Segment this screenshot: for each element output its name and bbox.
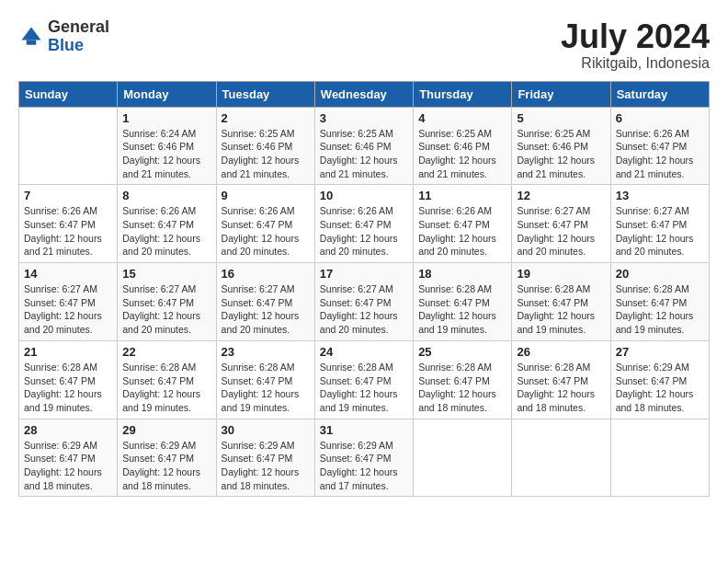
day-number: 3 (320, 111, 408, 125)
day-number: 22 (122, 345, 210, 359)
day-detail: Sunrise: 6:28 AM Sunset: 6:47 PM Dayligh… (418, 282, 506, 337)
calendar-table: SundayMondayTuesdayWednesdayThursdayFrid… (18, 81, 710, 498)
day-number: 27 (616, 345, 704, 359)
calendar-cell: 7Sunrise: 6:26 AM Sunset: 6:47 PM Daylig… (19, 185, 118, 263)
day-number: 30 (222, 423, 310, 437)
day-number: 24 (320, 345, 408, 359)
calendar-week-row: 21Sunrise: 6:28 AM Sunset: 6:47 PM Dayli… (19, 340, 710, 419)
day-detail: Sunrise: 6:28 AM Sunset: 6:47 PM Dayligh… (222, 361, 310, 415)
calendar-cell: 26Sunrise: 6:28 AM Sunset: 6:47 PM Dayli… (512, 340, 610, 419)
calendar-cell (512, 419, 610, 497)
calendar-cell: 1Sunrise: 6:24 AM Sunset: 6:46 PM Daylig… (118, 107, 216, 185)
day-detail: Sunrise: 6:26 AM Sunset: 6:47 PM Dayligh… (24, 204, 112, 259)
day-detail: Sunrise: 6:24 AM Sunset: 6:46 PM Dayligh… (122, 127, 210, 181)
logo-text: General Blue (48, 18, 109, 55)
day-detail: Sunrise: 6:26 AM Sunset: 6:47 PM Dayligh… (320, 204, 408, 259)
day-number: 19 (517, 267, 605, 281)
day-number: 29 (122, 423, 210, 437)
day-detail: Sunrise: 6:28 AM Sunset: 6:47 PM Dayligh… (517, 361, 605, 415)
calendar-cell: 4Sunrise: 6:25 AM Sunset: 6:46 PM Daylig… (414, 107, 512, 185)
day-number: 9 (222, 189, 310, 202)
day-detail: Sunrise: 6:29 AM Sunset: 6:47 PM Dayligh… (24, 439, 112, 493)
calendar-cell (19, 107, 118, 185)
day-detail: Sunrise: 6:25 AM Sunset: 6:46 PM Dayligh… (418, 127, 506, 181)
day-number: 20 (616, 267, 704, 281)
header-cell-saturday: Saturday (610, 81, 709, 107)
header-cell-thursday: Thursday (414, 81, 512, 107)
day-detail: Sunrise: 6:25 AM Sunset: 6:46 PM Dayligh… (222, 127, 310, 181)
day-detail: Sunrise: 6:28 AM Sunset: 6:47 PM Dayligh… (616, 282, 704, 337)
day-detail: Sunrise: 6:25 AM Sunset: 6:46 PM Dayligh… (517, 127, 605, 181)
calendar-cell: 18Sunrise: 6:28 AM Sunset: 6:47 PM Dayli… (414, 263, 512, 341)
svg-marker-0 (22, 27, 41, 40)
day-number: 11 (418, 189, 506, 202)
day-detail: Sunrise: 6:28 AM Sunset: 6:47 PM Dayligh… (122, 361, 210, 415)
day-number: 25 (418, 345, 506, 359)
header-cell-wednesday: Wednesday (314, 81, 413, 107)
day-detail: Sunrise: 6:27 AM Sunset: 6:47 PM Dayligh… (222, 282, 310, 337)
day-detail: Sunrise: 6:26 AM Sunset: 6:47 PM Dayligh… (222, 204, 310, 259)
day-number: 6 (616, 111, 704, 125)
calendar-cell (414, 419, 512, 497)
day-detail: Sunrise: 6:25 AM Sunset: 6:46 PM Dayligh… (320, 127, 408, 181)
calendar-cell: 13Sunrise: 6:27 AM Sunset: 6:47 PM Dayli… (610, 185, 709, 263)
month-title: July 2024 (561, 18, 710, 55)
day-detail: Sunrise: 6:28 AM Sunset: 6:47 PM Dayligh… (517, 282, 605, 337)
calendar-week-row: 14Sunrise: 6:27 AM Sunset: 6:47 PM Dayli… (19, 263, 710, 341)
calendar-cell (610, 419, 709, 497)
calendar-cell: 16Sunrise: 6:27 AM Sunset: 6:47 PM Dayli… (216, 263, 314, 341)
calendar-header: SundayMondayTuesdayWednesdayThursdayFrid… (19, 81, 710, 107)
calendar-cell: 20Sunrise: 6:28 AM Sunset: 6:47 PM Dayli… (610, 263, 709, 341)
calendar-cell: 29Sunrise: 6:29 AM Sunset: 6:47 PM Dayli… (118, 419, 216, 497)
logo-general: General (48, 18, 109, 37)
day-number: 17 (320, 267, 408, 281)
day-number: 2 (222, 111, 310, 125)
calendar-week-row: 1Sunrise: 6:24 AM Sunset: 6:46 PM Daylig… (19, 107, 710, 185)
logo: General Blue (18, 18, 109, 55)
calendar-cell: 6Sunrise: 6:26 AM Sunset: 6:47 PM Daylig… (610, 107, 709, 185)
svg-rect-1 (27, 40, 37, 44)
location-title: Rikitgaib, Indonesia (561, 55, 710, 72)
calendar-cell: 17Sunrise: 6:27 AM Sunset: 6:47 PM Dayli… (314, 263, 413, 341)
day-number: 5 (517, 111, 605, 125)
day-number: 7 (24, 189, 112, 202)
day-detail: Sunrise: 6:26 AM Sunset: 6:47 PM Dayligh… (418, 204, 506, 259)
day-detail: Sunrise: 6:29 AM Sunset: 6:47 PM Dayligh… (122, 439, 210, 493)
calendar-cell: 15Sunrise: 6:27 AM Sunset: 6:47 PM Dayli… (118, 263, 216, 341)
calendar-cell: 9Sunrise: 6:26 AM Sunset: 6:47 PM Daylig… (216, 185, 314, 263)
calendar-week-row: 28Sunrise: 6:29 AM Sunset: 6:47 PM Dayli… (19, 419, 710, 497)
day-number: 8 (122, 189, 210, 202)
day-number: 28 (24, 423, 112, 437)
day-number: 31 (320, 423, 408, 437)
general-blue-logo-icon (18, 24, 44, 50)
day-number: 14 (24, 267, 112, 281)
day-number: 26 (517, 345, 605, 359)
day-number: 13 (616, 189, 704, 202)
page-header: General Blue July 2024 Rikitgaib, Indone… (18, 18, 710, 72)
day-detail: Sunrise: 6:29 AM Sunset: 6:47 PM Dayligh… (320, 439, 408, 493)
day-number: 1 (122, 111, 210, 125)
day-detail: Sunrise: 6:28 AM Sunset: 6:47 PM Dayligh… (418, 361, 506, 415)
day-detail: Sunrise: 6:26 AM Sunset: 6:47 PM Dayligh… (616, 127, 704, 181)
calendar-cell: 23Sunrise: 6:28 AM Sunset: 6:47 PM Dayli… (216, 340, 314, 419)
logo-blue: Blue (48, 37, 109, 55)
calendar-cell: 19Sunrise: 6:28 AM Sunset: 6:47 PM Dayli… (512, 263, 610, 341)
day-detail: Sunrise: 6:28 AM Sunset: 6:47 PM Dayligh… (24, 361, 112, 415)
day-detail: Sunrise: 6:27 AM Sunset: 6:47 PM Dayligh… (320, 282, 408, 337)
day-detail: Sunrise: 6:27 AM Sunset: 6:47 PM Dayligh… (24, 282, 112, 337)
day-number: 18 (418, 267, 506, 281)
calendar-cell: 8Sunrise: 6:26 AM Sunset: 6:47 PM Daylig… (118, 185, 216, 263)
day-number: 21 (24, 345, 112, 359)
day-detail: Sunrise: 6:28 AM Sunset: 6:47 PM Dayligh… (320, 361, 408, 415)
day-number: 23 (222, 345, 310, 359)
calendar-cell: 21Sunrise: 6:28 AM Sunset: 6:47 PM Dayli… (19, 340, 118, 419)
header-cell-sunday: Sunday (19, 81, 118, 107)
calendar-cell: 22Sunrise: 6:28 AM Sunset: 6:47 PM Dayli… (118, 340, 216, 419)
header-cell-friday: Friday (512, 81, 610, 107)
day-number: 4 (418, 111, 506, 125)
header-row: SundayMondayTuesdayWednesdayThursdayFrid… (19, 81, 710, 107)
day-number: 12 (517, 189, 605, 202)
calendar-cell: 28Sunrise: 6:29 AM Sunset: 6:47 PM Dayli… (19, 419, 118, 497)
calendar-cell: 3Sunrise: 6:25 AM Sunset: 6:46 PM Daylig… (314, 107, 413, 185)
calendar-cell: 24Sunrise: 6:28 AM Sunset: 6:47 PM Dayli… (314, 340, 413, 419)
